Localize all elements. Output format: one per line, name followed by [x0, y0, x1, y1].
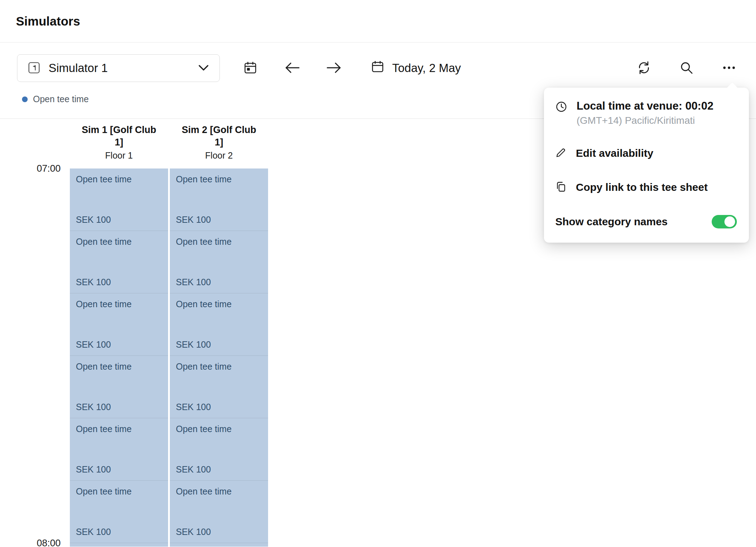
toggle-knob — [724, 216, 735, 227]
tee-time-slot[interactable]: Open tee time SEK 100 — [170, 231, 268, 293]
local-time-title: Local time at venue: 00:02 — [577, 100, 713, 112]
tee-time-slot[interactable]: Open tee time SEK 100 — [170, 293, 268, 356]
column-subtitle: Floor 1 — [70, 150, 168, 161]
slot-label: Open tee time — [76, 237, 132, 247]
time-gutter: 07:00 08:00 — [0, 119, 70, 547]
slot-price: SEK 100 — [176, 339, 211, 350]
open-tee-time-dot — [22, 96, 28, 102]
legend-label: Open tee time — [33, 94, 89, 104]
hour-label: 08:00 — [37, 538, 61, 547]
sim-column-1: Sim 1 [Golf Club 1] Floor 1 Open tee tim… — [70, 119, 168, 547]
page-header: Simulators — [0, 0, 756, 43]
tee-time-slot[interactable]: Open tee time SEK 100 — [170, 418, 268, 481]
more-icon — [722, 61, 736, 76]
date-label: Today, 2 May — [392, 61, 461, 75]
simulator-select[interactable]: Simulator 1 — [17, 54, 220, 82]
slot-label: Open tee time — [176, 486, 232, 497]
chevron-down-icon — [198, 65, 209, 72]
slot-price: SEK 100 — [76, 527, 111, 537]
slot-price: SEK 100 — [176, 215, 211, 225]
slot-price: SEK 100 — [76, 277, 111, 287]
slot-label: Open tee time — [176, 237, 232, 247]
calendar-icon — [371, 60, 384, 76]
hour-label: 07:00 — [37, 163, 61, 174]
column-title: Sim 1 [Golf Club 1] — [70, 124, 168, 149]
toolbar: Simulator 1 — [0, 54, 756, 82]
tee-time-slot[interactable]: Open tee time SEK 100 — [70, 231, 168, 293]
column-subtitle: Floor 2 — [170, 150, 268, 161]
local-time-item: Local time at venue: 00:02 (GMT+14) Paci… — [555, 100, 737, 126]
slot-price: SEK 100 — [76, 215, 111, 225]
tee-time-slot[interactable]: Open tee time SEK 100 — [170, 481, 268, 543]
tee-time-slot[interactable]: Open tee time SEK 100 — [70, 293, 168, 356]
search-icon — [679, 61, 694, 76]
slot-label: Open tee time — [76, 174, 132, 184]
context-menu: Local time at venue: 00:02 (GMT+14) Paci… — [544, 88, 749, 243]
tee-time-slot[interactable]: Open tee time SEK 100 — [70, 481, 168, 543]
copy-icon — [555, 181, 567, 194]
sim-column-2: Sim 2 [Golf Club 1] Floor 2 Open tee tim… — [170, 119, 268, 547]
column-slots: Open tee time SEK 100 Open tee time SEK … — [170, 168, 268, 547]
slot-label: Open tee time — [76, 299, 132, 309]
tee-time-slot[interactable]: Open tee time SEK 100 — [170, 356, 268, 418]
tee-time-slot[interactable]: Open tee time SEK 100 — [70, 543, 168, 547]
slot-label: Open tee time — [76, 424, 132, 434]
edit-availability-item[interactable]: Edit availability — [555, 147, 737, 160]
refresh-button[interactable] — [634, 58, 654, 78]
next-day-button[interactable] — [324, 58, 344, 78]
tee-time-slot[interactable]: Open tee time SEK 100 — [70, 356, 168, 418]
clock-icon — [555, 100, 567, 114]
column-slots: Open tee time SEK 100 Open tee time SEK … — [70, 168, 168, 547]
copy-link-item[interactable]: Copy link to this tee sheet — [555, 181, 737, 194]
arrow-right-icon — [326, 62, 342, 75]
date-display[interactable]: Today, 2 May — [371, 60, 461, 76]
slot-price: SEK 100 — [76, 339, 111, 350]
column-title: Sim 2 [Golf Club 1] — [170, 124, 268, 149]
tee-time-slot[interactable]: Open tee time SEK 100 — [170, 168, 268, 231]
tee-time-slot[interactable]: Open tee time SEK 100 — [170, 543, 268, 547]
local-time-subtitle: (GMT+14) Pacific/Kiritimati — [577, 115, 713, 126]
arrow-left-icon — [284, 62, 300, 75]
toolbar-right — [634, 58, 739, 78]
calendar-date-picker-button[interactable] — [240, 58, 260, 78]
search-button[interactable] — [677, 58, 696, 78]
calendar-today-icon — [243, 61, 257, 76]
slot-label: Open tee time — [76, 486, 132, 497]
slot-price: SEK 100 — [76, 402, 111, 412]
column-header: Sim 2 [Golf Club 1] Floor 2 — [170, 119, 268, 168]
column-header: Sim 1 [Golf Club 1] Floor 1 — [70, 119, 168, 168]
slot-label: Open tee time — [176, 174, 232, 184]
menu-caret — [727, 82, 738, 93]
pencil-icon — [555, 147, 567, 160]
show-category-names-label: Show category names — [555, 216, 668, 228]
tee-time-slot[interactable]: Open tee time SEK 100 — [70, 418, 168, 481]
sim-columns: Sim 1 [Golf Club 1] Floor 1 Open tee tim… — [70, 119, 268, 547]
show-category-names-toggle[interactable] — [712, 215, 737, 228]
previous-day-button[interactable] — [282, 58, 302, 78]
slot-price: SEK 100 — [176, 527, 211, 537]
slot-label: Open tee time — [176, 361, 232, 372]
slot-price: SEK 100 — [76, 464, 111, 475]
slot-label: Open tee time — [176, 299, 232, 309]
slot-price: SEK 100 — [176, 464, 211, 475]
slot-price: SEK 100 — [176, 402, 211, 412]
more-options-button[interactable] — [719, 58, 739, 78]
slot-label: Open tee time — [76, 361, 132, 372]
simulator-icon — [28, 62, 40, 75]
page-title: Simulators — [16, 14, 80, 28]
tee-time-slot[interactable]: Open tee time SEK 100 — [70, 168, 168, 231]
simulator-select-value: Simulator 1 — [49, 61, 190, 75]
copy-link-label: Copy link to this tee sheet — [576, 181, 708, 193]
edit-availability-label: Edit availability — [576, 147, 653, 159]
refresh-icon — [637, 61, 651, 76]
slot-label: Open tee time — [176, 424, 232, 434]
show-category-names-row: Show category names — [555, 215, 737, 228]
slot-price: SEK 100 — [176, 277, 211, 287]
